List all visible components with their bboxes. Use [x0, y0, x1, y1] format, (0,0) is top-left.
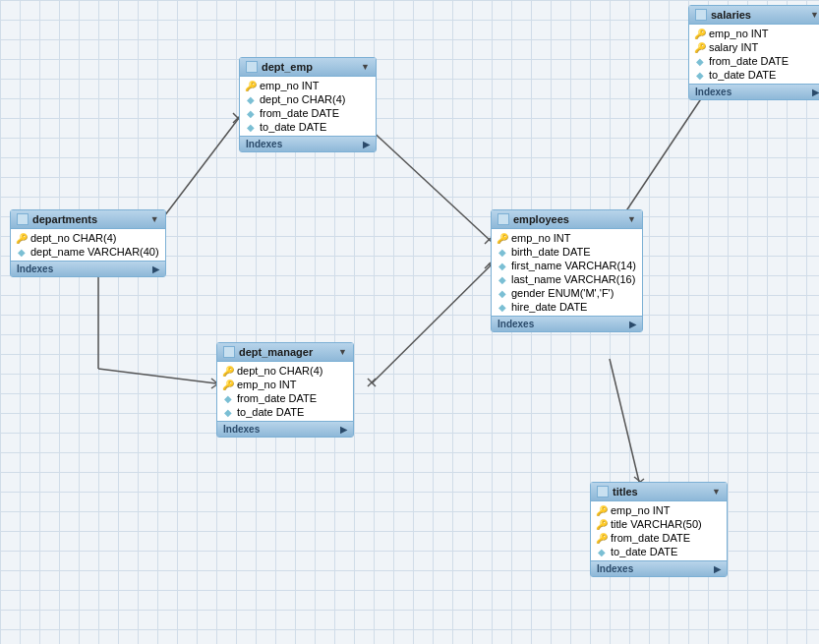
- svg-line-12: [372, 265, 491, 383]
- table-body-dept_manager: 🔑dept_no CHAR(4)🔑emp_no INT◆from_date DA…: [217, 362, 353, 421]
- column-name: emp_no INT: [511, 232, 571, 244]
- pk-icon: 🔑: [246, 81, 256, 90]
- indexes-arrow-icon: ▶: [363, 140, 370, 149]
- table-header-departments[interactable]: departments ▼: [11, 210, 165, 229]
- indexes-arrow-icon: ▶: [812, 88, 819, 97]
- col-icon: ◆: [223, 393, 233, 403]
- table-row: ◆to_date DATE: [240, 120, 376, 134]
- table-name-departments: departments: [32, 213, 97, 225]
- column-name: to_date DATE: [237, 406, 304, 418]
- table-row: 🔑from_date DATE: [591, 531, 727, 545]
- col-icon: ◆: [497, 288, 507, 298]
- svg-line-4: [98, 369, 216, 383]
- table-name-dept_manager: dept_manager: [239, 346, 313, 358]
- pk-icon: 🔑: [223, 380, 233, 389]
- table-row: 🔑emp_no INT: [492, 231, 642, 245]
- table-row: 🔑emp_no INT: [689, 27, 819, 40]
- indexes-label: Indexes: [17, 263, 53, 274]
- table-indexes-employees[interactable]: Indexes ▶: [492, 316, 642, 331]
- table-icon: [695, 9, 707, 21]
- column-name: from_date DATE: [709, 55, 789, 67]
- column-name: from_date DATE: [237, 392, 317, 404]
- col-icon: ◆: [17, 247, 27, 257]
- column-name: birth_date DATE: [511, 246, 591, 258]
- column-name: to_date DATE: [611, 546, 677, 557]
- table-indexes-salaries[interactable]: Indexes ▶: [689, 84, 819, 99]
- column-name: dept_no CHAR(4): [30, 232, 116, 244]
- table-row: ◆from_date DATE: [240, 106, 376, 120]
- table-row: ◆hire_date DATE: [492, 300, 642, 314]
- table-departments: departments ▼ 🔑dept_no CHAR(4)◆dept_name…: [10, 209, 166, 277]
- table-icon: [597, 486, 609, 498]
- col-icon: ◆: [497, 247, 507, 257]
- table-header-dept_emp[interactable]: dept_emp ▼: [240, 58, 376, 77]
- table-icon: [17, 213, 29, 225]
- table-header-dept_manager[interactable]: dept_manager ▼: [217, 343, 353, 362]
- col-icon: ◆: [597, 547, 607, 556]
- column-name: emp_no INT: [260, 80, 320, 91]
- pk-icon: 🔑: [597, 533, 607, 543]
- pk-icon: 🔑: [17, 233, 27, 243]
- indexes-label: Indexes: [695, 87, 731, 97]
- table-name-salaries: salaries: [711, 9, 751, 21]
- table-row: ◆to_date DATE: [689, 68, 819, 82]
- svg-line-14: [368, 379, 376, 386]
- col-icon: ◆: [695, 56, 705, 66]
- table-row: ◆from_date DATE: [217, 391, 353, 405]
- table-row: ◆to_date DATE: [591, 545, 727, 558]
- table-row: ◆gender ENUM('M','F'): [492, 286, 642, 300]
- column-name: emp_no INT: [709, 28, 769, 39]
- column-name: emp_no INT: [611, 504, 671, 516]
- dropdown-icon[interactable]: ▼: [627, 214, 636, 224]
- dropdown-icon[interactable]: ▼: [361, 62, 370, 72]
- table-row: ◆first_name VARCHAR(14): [492, 259, 642, 272]
- pk-icon: 🔑: [695, 29, 705, 38]
- column-name: to_date DATE: [709, 69, 776, 81]
- table-indexes-departments[interactable]: Indexes ▶: [11, 261, 165, 276]
- table-header-titles[interactable]: titles ▼: [591, 483, 727, 501]
- column-name: to_date DATE: [260, 121, 326, 133]
- table-indexes-dept_manager[interactable]: Indexes ▶: [217, 421, 353, 437]
- col-icon: ◆: [497, 261, 507, 270]
- dropdown-icon[interactable]: ▼: [810, 10, 819, 20]
- table-row: ◆from_date DATE: [689, 54, 819, 68]
- table-indexes-titles[interactable]: Indexes ▶: [591, 560, 727, 576]
- table-titles: titles ▼ 🔑emp_no INT🔑title VARCHAR(50)🔑f…: [590, 482, 728, 577]
- column-name: dept_no CHAR(4): [237, 365, 322, 377]
- table-name-titles: titles: [613, 486, 638, 498]
- dropdown-icon[interactable]: ▼: [712, 487, 721, 497]
- table-row: 🔑emp_no INT: [591, 503, 727, 517]
- table-name-dept_emp: dept_emp: [262, 61, 313, 73]
- table-row: 🔑salary INT: [689, 40, 819, 54]
- column-name: title VARCHAR(50): [611, 518, 702, 530]
- svg-line-20: [610, 359, 639, 482]
- table-body-salaries: 🔑emp_no INT🔑salary INT◆from_date DATE◆to…: [689, 25, 819, 84]
- column-name: dept_no CHAR(4): [260, 93, 345, 105]
- table-body-titles: 🔑emp_no INT🔑title VARCHAR(50)🔑from_date …: [591, 501, 727, 560]
- table-dept_manager: dept_manager ▼ 🔑dept_no CHAR(4)🔑emp_no I…: [216, 342, 354, 438]
- dropdown-icon[interactable]: ▼: [338, 347, 347, 357]
- dropdown-icon[interactable]: ▼: [150, 214, 159, 224]
- table-body-dept_emp: 🔑emp_no INT◆dept_no CHAR(4)◆from_date DA…: [240, 77, 376, 136]
- table-row: ◆birth_date DATE: [492, 245, 642, 259]
- pk-icon: 🔑: [597, 519, 607, 529]
- table-row: 🔑dept_no CHAR(4): [217, 364, 353, 378]
- table-row: 🔑emp_no INT: [240, 79, 376, 92]
- table-indexes-dept_emp[interactable]: Indexes ▶: [240, 136, 376, 151]
- table-header-employees[interactable]: employees ▼: [492, 210, 642, 229]
- column-name: last_name VARCHAR(16): [511, 273, 635, 285]
- indexes-label: Indexes: [246, 139, 282, 149]
- column-name: hire_date DATE: [511, 301, 587, 313]
- pk-icon: 🔑: [223, 366, 233, 376]
- pk-icon: 🔑: [695, 42, 705, 52]
- table-icon: [223, 346, 235, 358]
- table-body-employees: 🔑emp_no INT◆birth_date DATE◆first_name V…: [492, 229, 642, 316]
- col-icon: ◆: [695, 70, 705, 80]
- table-header-salaries[interactable]: salaries ▼: [689, 6, 819, 25]
- table-row: 🔑dept_no CHAR(4): [11, 231, 165, 245]
- table-row: ◆last_name VARCHAR(16): [492, 272, 642, 286]
- indexes-label: Indexes: [497, 319, 534, 329]
- fk-icon: ◆: [246, 94, 256, 104]
- column-name: salary INT: [709, 41, 758, 53]
- indexes-label: Indexes: [223, 424, 260, 435]
